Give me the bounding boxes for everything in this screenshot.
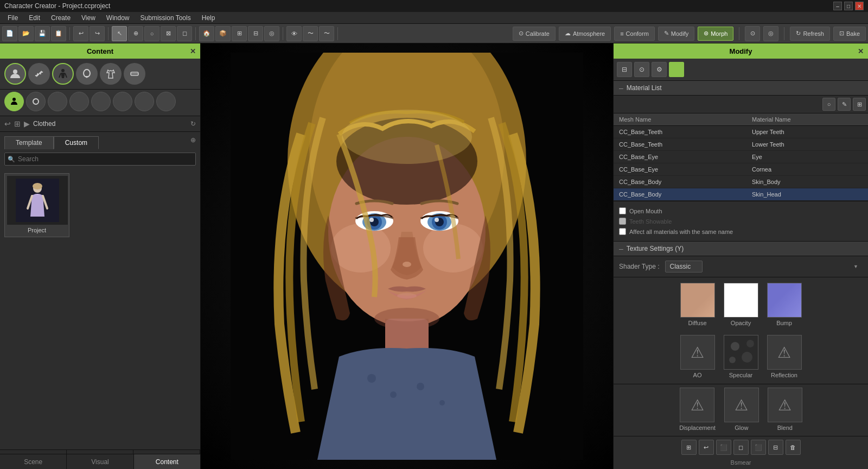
open-mouth-checkbox[interactable] xyxy=(619,207,626,214)
target-btn[interactable]: ◎ xyxy=(264,26,279,41)
teeth-showable-checkbox[interactable] xyxy=(619,218,626,225)
bake-button[interactable]: ⊡ Bake xyxy=(833,27,866,41)
menu-edit[interactable]: Edit xyxy=(23,13,46,23)
menu-create[interactable]: Create xyxy=(46,13,76,23)
texture-settings-collapse-btn[interactable]: – xyxy=(619,244,623,253)
head-icon[interactable] xyxy=(76,63,98,85)
tab-content[interactable]: Content xyxy=(134,454,201,469)
circle1-icon[interactable] xyxy=(48,92,67,111)
glow-swatch[interactable]: ⚠ xyxy=(724,388,759,422)
modify-tab-sliders[interactable]: ⊟ xyxy=(617,62,632,77)
rb-white-btn[interactable]: ◻ xyxy=(733,440,749,455)
blend-swatch[interactable]: ⚠ xyxy=(768,388,802,422)
body-icon[interactable] xyxy=(52,63,74,85)
material-table-row[interactable]: CC_Base_EyeEye xyxy=(614,151,868,163)
undo-btn[interactable]: ↩ xyxy=(73,26,88,41)
nav-grid-btn[interactable]: ⊞ xyxy=(14,119,21,128)
opacity-swatch[interactable] xyxy=(724,283,758,318)
extra-btn2[interactable]: ◎ xyxy=(763,26,778,41)
eye-btn[interactable]: 👁 xyxy=(286,26,302,41)
material-table-row[interactable]: CC_Base_TeethUpper Teeth xyxy=(614,126,868,138)
displacement-swatch[interactable]: ⚠ xyxy=(680,388,714,422)
cloth-icon[interactable] xyxy=(100,63,122,85)
ao-swatch[interactable]: ⚠ xyxy=(680,335,715,370)
circle3-icon[interactable] xyxy=(91,92,111,111)
specular-swatch[interactable] xyxy=(724,335,758,370)
search-input[interactable] xyxy=(4,153,196,166)
material-table-row[interactable]: CC_Base_BodySkin_Head xyxy=(614,188,868,201)
refresh-button[interactable]: ↻ Refresh xyxy=(790,27,830,41)
minimize-button[interactable]: – xyxy=(833,2,842,10)
main-viewport[interactable] xyxy=(201,43,613,469)
shader-type-select[interactable]: Classic PBR SSS xyxy=(665,261,703,272)
calibrate-button[interactable]: ⊙ Calibrate xyxy=(513,27,556,41)
tab-scene[interactable]: Scene xyxy=(0,454,67,469)
tab-visual[interactable]: Visual xyxy=(67,454,133,469)
rb-delete-btn[interactable]: 🗑 xyxy=(786,440,801,455)
move-btn[interactable]: ⊕ xyxy=(128,26,143,41)
close-button[interactable]: ✕ xyxy=(855,2,864,10)
bump-swatch[interactable] xyxy=(767,283,802,318)
person-icon[interactable] xyxy=(4,92,24,111)
rotate-btn[interactable]: ○ xyxy=(144,26,159,41)
avatar-icon[interactable] xyxy=(4,63,26,85)
mat-tool-edit-btn[interactable]: ✎ xyxy=(838,98,851,111)
wave1-btn[interactable]: 〜 xyxy=(303,26,318,41)
open-file-btn[interactable]: 📂 xyxy=(18,26,34,41)
bone-sm-icon[interactable] xyxy=(26,92,46,111)
rb-back-btn[interactable]: ↩ xyxy=(699,440,714,455)
tab-custom[interactable]: Custom xyxy=(54,136,99,149)
bone-icon[interactable] xyxy=(28,63,50,85)
nav-play-btn[interactable]: ▶ xyxy=(24,119,30,128)
home-view-btn[interactable]: 🏠 xyxy=(199,26,214,41)
modify-button[interactable]: ✎ Modify xyxy=(658,27,694,41)
material-table-row[interactable]: CC_Base_TeethLower Teeth xyxy=(614,138,868,151)
circle5-icon[interactable] xyxy=(135,92,154,111)
material-table-row[interactable]: CC_Base_EyeCornea xyxy=(614,163,868,176)
menu-view[interactable]: View xyxy=(76,13,101,23)
menu-help[interactable]: Help xyxy=(196,13,221,23)
menu-file[interactable]: File xyxy=(2,13,23,23)
conform-button[interactable]: ≡ Conform xyxy=(614,27,655,41)
mat-tool-expand-btn[interactable]: ⊞ xyxy=(853,98,866,111)
menu-submission-tools[interactable]: Submission Tools xyxy=(135,13,196,23)
material-list-collapse-btn[interactable]: – xyxy=(619,84,623,92)
new-file-btn[interactable]: 📄 xyxy=(2,26,17,41)
material-table-row[interactable]: CC_Base_BodySkin_Body xyxy=(614,176,868,188)
mat-tool-eye-btn[interactable]: ○ xyxy=(822,98,835,111)
scale-btn[interactable]: ⊠ xyxy=(161,26,176,41)
accessory-icon[interactable] xyxy=(124,63,145,85)
tab-template[interactable]: Template xyxy=(4,136,54,149)
project-thumb[interactable]: Project xyxy=(4,173,69,237)
tabs-expand-icon[interactable]: ⊕ xyxy=(190,136,196,149)
rb-minus-btn[interactable]: ⊟ xyxy=(768,440,783,455)
rect-btn[interactable]: ◻ xyxy=(177,26,192,41)
select-btn[interactable]: ↖ xyxy=(112,26,127,41)
box-view-btn[interactable]: 📦 xyxy=(215,26,231,41)
menu-window[interactable]: Window xyxy=(101,13,135,23)
nav-back-btn[interactable]: ↩ xyxy=(4,119,11,128)
rb-grid-btn[interactable]: ⊞ xyxy=(681,440,697,455)
circle6-icon[interactable] xyxy=(156,92,176,111)
rb-black-btn[interactable]: ⬛ xyxy=(716,440,731,455)
grid-btn[interactable]: ⊞ xyxy=(232,26,247,41)
save-file-btn[interactable]: 💾 xyxy=(35,26,50,41)
modify-tab-settings[interactable]: ⚙ xyxy=(652,62,667,77)
affect-all-checkbox[interactable] xyxy=(619,228,626,235)
maximize-button[interactable]: □ xyxy=(844,2,853,10)
wave2-btn[interactable]: 〜 xyxy=(319,26,334,41)
extra-btn1[interactable]: ⊙ xyxy=(745,26,760,41)
redo-btn[interactable]: ↪ xyxy=(90,26,105,41)
circle2-icon[interactable] xyxy=(69,92,89,111)
atmosphere-button[interactable]: ☁ Atmosphere xyxy=(559,27,611,41)
morph-button[interactable]: ⊛ Morph xyxy=(698,27,733,41)
modify-tab-figure[interactable]: ⊙ xyxy=(634,62,649,77)
modify-close-btn[interactable]: ✕ xyxy=(858,47,864,55)
content-close-btn[interactable]: ✕ xyxy=(190,47,196,55)
diffuse-swatch[interactable] xyxy=(680,283,715,318)
circle4-icon[interactable] xyxy=(113,92,132,111)
rb-dark-btn[interactable]: ⬛ xyxy=(751,440,766,455)
reflection-swatch[interactable]: ⚠ xyxy=(767,335,802,370)
modify-tab-material[interactable] xyxy=(669,62,684,77)
minus-btn[interactable]: ⊟ xyxy=(248,26,263,41)
